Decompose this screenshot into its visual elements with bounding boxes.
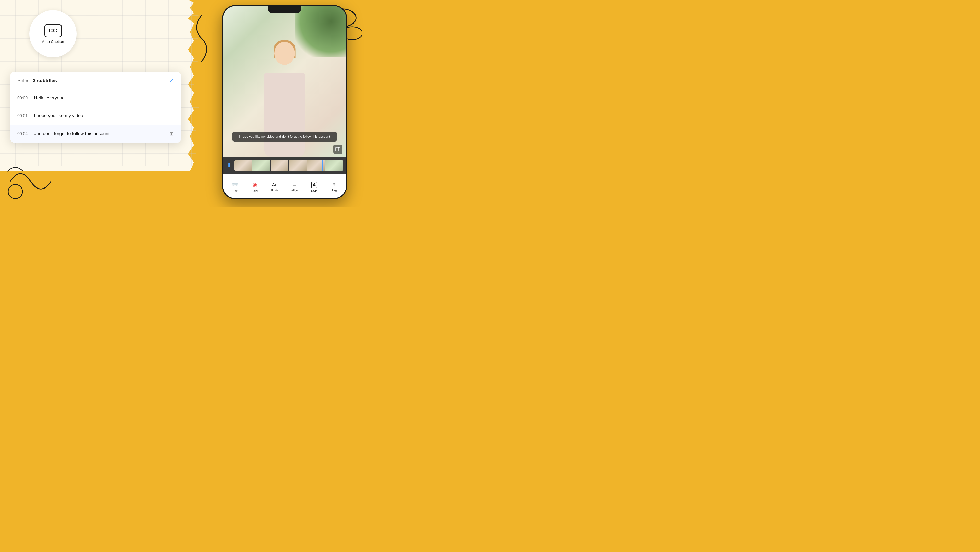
person-dress [264,73,305,157]
auto-caption-label: Auto Caption [42,39,64,44]
timeline-cursor [322,160,323,171]
phone-screen: I hope you like my video and don't forge… [223,6,346,198]
subtitle-editor-icon[interactable] [333,145,342,154]
reg-label: Reg [331,189,337,192]
timeline-thumb-4 [289,160,307,171]
timeline-thumb-1 [234,160,252,171]
toolbar-item-style[interactable]: A Style [304,182,325,192]
video-caption-overlay: I hope you like my video and don't forge… [232,132,337,142]
timeline-strip[interactable] [234,160,343,171]
auto-caption-button[interactable]: CC Auto Caption [29,10,76,57]
subtitles-count: 3 subtitles [33,78,57,83]
subtitle-row-3[interactable]: 00:04 and don't forget to follow this ac… [10,125,181,142]
fonts-icon: Aa [272,182,277,188]
toolbar-item-align[interactable]: ≡ Align [285,182,304,192]
svg-rect-4 [336,147,338,151]
timeline-thumb-2 [252,160,270,171]
style-icon: A [311,182,317,188]
caption-text: I hope you like my video and don't forge… [239,135,330,139]
cc-icon: CC [45,24,62,37]
toolbar-item-color[interactable]: ◉ Color [245,182,265,192]
fonts-label: Fonts [271,189,278,192]
svg-rect-5 [339,147,340,151]
video-area: I hope you like my video and don't forge… [223,6,346,157]
phone-frame: I hope you like my video and don't forge… [222,5,347,199]
panel-header: Select 3 subtitles ✓ [10,72,181,89]
bottom-toolbar: ⌨️ Edit ◉ Color Aa Fonts ≡ Align A Sty [223,174,346,198]
subtitle-text-3: and don't forget to follow this account [34,131,164,137]
timestamp-2: 00:01 [18,114,29,118]
panel-header-left: Select 3 subtitles [18,78,57,83]
select-label: Select [18,78,31,83]
align-label: Align [291,189,298,192]
color-label: Color [251,189,258,192]
color-icon: ◉ [252,182,257,188]
timestamp-3: 00:04 [18,132,29,136]
timestamp-1: 00:00 [18,96,29,101]
timeline-area: ⏸ [223,157,346,174]
toolbar-item-fonts[interactable]: Aa Fonts [265,182,285,192]
toolbar-item-reg[interactable]: R Reg [324,182,344,192]
timeline-thumb-6 [325,160,343,171]
person-head [274,42,295,65]
subtitle-text-2: I hope you like my video [34,113,174,119]
subtitle-row-2[interactable]: 00:01 I hope you like my video [10,107,181,125]
play-pause-button[interactable]: ⏸ [226,162,232,169]
subtitle-panel: Select 3 subtitles ✓ 00:00 Hello everyon… [10,72,181,143]
phone-notch [268,6,301,13]
align-icon: ≡ [293,182,296,188]
reg-icon: R [332,182,336,188]
edit-icon: ⌨️ [231,182,239,188]
edit-label: Edit [232,189,237,192]
subtitle-text-1: Hello everyone [34,95,174,101]
confirm-checkmark-icon[interactable]: ✓ [169,77,174,84]
timeline-thumb-3 [271,160,288,171]
delete-icon[interactable]: 🗑 [169,131,174,136]
subtitle-row-1[interactable]: 00:00 Hello everyone [10,89,181,107]
toolbar-item-edit[interactable]: ⌨️ Edit [225,182,245,192]
phone-mockup: I hope you like my video and don't forge… [222,5,347,199]
style-label: Style [311,189,317,192]
